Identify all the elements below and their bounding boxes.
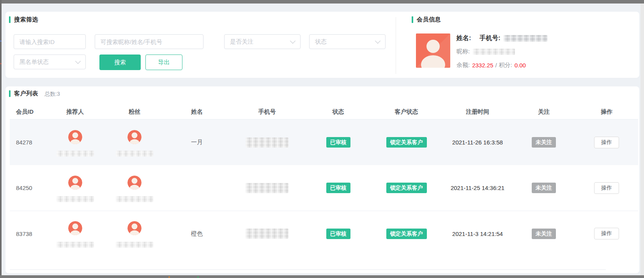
col-status: 状态	[306, 104, 370, 119]
action-button[interactable]: 操作	[594, 137, 619, 148]
member-nickname-row: 昵称:	[456, 48, 515, 55]
phone-redacted	[246, 183, 288, 193]
search-button[interactable]: 搜索	[99, 55, 141, 70]
table-row: 83738 橙色 已审核 锁定关系客户 2021-11-3 14:21:54 未…	[10, 211, 638, 256]
points-value: 0.00	[515, 62, 526, 69]
referrer-name-redacted	[57, 242, 94, 248]
scrollbar[interactable]	[640, 4, 644, 275]
action-button[interactable]: 操作	[594, 182, 619, 194]
search-filter-title: 搜索筛选	[14, 16, 38, 23]
fans-cell	[116, 176, 153, 202]
window-edge-bottom	[0, 275, 644, 278]
follow-select[interactable]: 是否关注	[224, 34, 301, 49]
register-time: 2021-11-25 14:36:21	[451, 185, 504, 191]
person-avatar-icon	[68, 130, 82, 144]
fan-name-redacted	[116, 196, 153, 202]
person-avatar-icon	[127, 130, 142, 144]
col-phone: 手机号	[228, 104, 306, 119]
slash-separator: /	[495, 62, 497, 69]
person-avatar-icon	[68, 176, 82, 190]
fan-name-redacted	[116, 242, 153, 248]
member-balance-row: 余额: 2332.25 / 积分: 0.00	[456, 62, 526, 69]
col-register-time: 注册时间	[442, 104, 513, 119]
col-referrer: 推荐人	[47, 104, 103, 119]
member-nickname-label: 昵称:	[456, 48, 470, 55]
member-info-title: 会员信息	[417, 16, 441, 23]
col-customer-status: 客户状态	[370, 104, 442, 119]
col-member-id: 会员ID	[10, 104, 47, 119]
vertical-divider	[396, 17, 396, 74]
customer-name: 一月	[191, 139, 203, 146]
referrer-cell	[57, 221, 94, 248]
chevron-down-icon	[375, 38, 380, 43]
table-row: 84250 已审核 锁定关系客户 2021-11-25 14:36:21 未关注…	[10, 165, 638, 211]
fans-cell	[116, 221, 153, 248]
window-edge-top	[0, 0, 644, 4]
member-name-label: 姓名:	[456, 34, 471, 42]
balance-value: 2332.25	[472, 62, 493, 69]
chevron-down-icon	[290, 38, 295, 43]
person-avatar-icon	[68, 221, 82, 235]
blacklist-select[interactable]: 黑名单状态	[14, 55, 86, 69]
phone-redacted	[246, 229, 288, 239]
follow-badge: 未关注	[532, 137, 556, 148]
table-bottom-divider	[10, 269, 606, 270]
action-button[interactable]: 操作	[594, 228, 619, 239]
window-edge-left	[0, 0, 2, 278]
export-button[interactable]: 导出	[145, 55, 182, 70]
member-id: 84250	[16, 185, 32, 191]
member-nickname-redacted	[473, 49, 515, 55]
customer-status-badge: 锁定关系客户	[386, 183, 427, 193]
member-phone-redacted	[504, 35, 547, 42]
table-header: 会员ID 推荐人 粉丝 姓名 手机号 状态 客户状态 注册时间 关注 操作	[10, 104, 638, 120]
person-avatar-icon	[127, 221, 142, 235]
referrer-cell	[57, 176, 94, 202]
fans-cell	[116, 130, 153, 157]
status-badge: 已审核	[326, 183, 350, 193]
accent-bar	[412, 16, 413, 23]
person-avatar-icon	[416, 33, 450, 68]
phone-redacted	[246, 137, 288, 148]
balance-label: 余额:	[456, 62, 470, 69]
referrer-name-redacted	[57, 151, 94, 157]
customer-name: 橙色	[191, 230, 203, 238]
status-badge: 已审核	[326, 229, 350, 239]
follow-badge: 未关注	[532, 183, 556, 193]
col-follow: 关注	[513, 104, 575, 119]
edge-artifact	[0, 63, 2, 64]
keyword-input[interactable]	[95, 34, 203, 49]
referrer-name-redacted	[57, 196, 94, 202]
col-action: 操作	[575, 104, 638, 119]
member-id: 84278	[16, 139, 32, 146]
filter-and-member-card: 搜索筛选 是否关注 状态 黑名单状态 搜索 导出 会员信息 姓名: 手机号: 昵…	[5, 12, 639, 78]
accent-bar	[9, 16, 11, 23]
follow-badge: 未关注	[532, 229, 556, 239]
col-name: 姓名	[166, 104, 228, 119]
customer-list-title: 客户列表	[14, 90, 38, 97]
chevron-down-icon	[75, 58, 81, 63]
edge-artifact	[197, 276, 199, 278]
search-id-input[interactable]	[14, 34, 86, 49]
fan-name-redacted	[116, 151, 153, 157]
member-name-phone-row: 姓名: 手机号:	[456, 34, 547, 42]
customer-list-card: 客户列表 总数:3 会员ID 推荐人 粉丝 姓名 手机号 状态 客户状态 注册时…	[5, 86, 639, 273]
register-time: 2021-11-3 14:21:54	[452, 230, 503, 237]
referrer-cell	[57, 130, 94, 157]
total-count: 总数:3	[44, 91, 60, 98]
member-avatar	[416, 33, 450, 68]
status-badge: 已审核	[326, 137, 350, 148]
blacklist-select-placeholder: 黑名单状态	[19, 58, 49, 66]
follow-select-placeholder: 是否关注	[230, 38, 253, 46]
person-avatar-icon	[127, 176, 142, 190]
edge-artifact	[0, 40, 2, 42]
accent-bar	[9, 90, 11, 97]
member-id: 83738	[16, 230, 32, 237]
status-select[interactable]: 状态	[309, 34, 386, 49]
table-row: 84278 一月 已审核 锁定关系客户 2021-11-26 16:3:58 未…	[10, 120, 638, 165]
status-select-placeholder: 状态	[315, 38, 327, 46]
customer-status-badge: 锁定关系客户	[386, 229, 427, 239]
customer-status-badge: 锁定关系客户	[386, 137, 427, 148]
member-phone-label: 手机号:	[479, 34, 500, 42]
edge-artifact	[168, 276, 170, 278]
register-time: 2021-11-26 16:3:58	[452, 139, 503, 146]
